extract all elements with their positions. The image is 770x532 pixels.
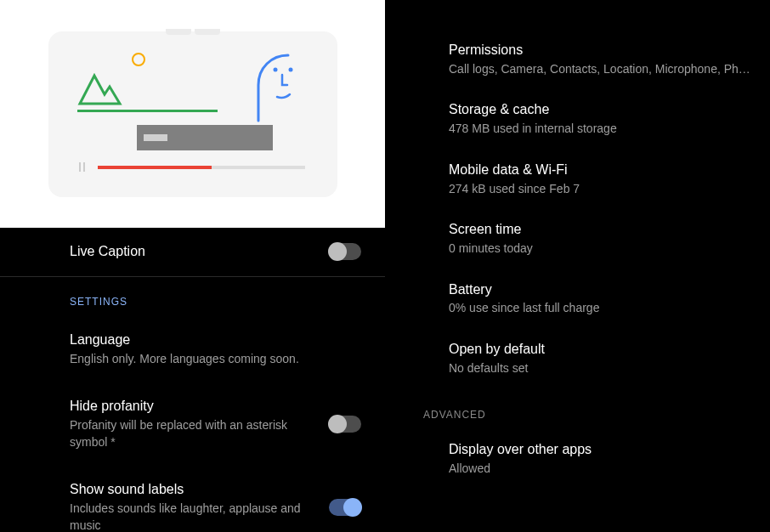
show-sound-labels-title: Show sound labels	[70, 481, 315, 499]
storage-subtitle: 478 MB used in internal storage	[449, 121, 753, 138]
screen-time-title: Screen time	[449, 221, 753, 239]
live-caption-row[interactable]: Live Caption	[0, 228, 385, 277]
storage-row[interactable]: Storage & cache 478 MB used in internal …	[449, 89, 770, 149]
battery-title: Battery	[449, 281, 753, 299]
permissions-row[interactable]: Permissions Call logs, Camera, Contacts,…	[449, 30, 770, 89]
language-subtitle: English only. More languages coming soon…	[70, 351, 348, 368]
permissions-title: Permissions	[449, 42, 753, 59]
mobile-data-row[interactable]: Mobile data & Wi-Fi 274 kB used since Fe…	[449, 150, 770, 209]
hide-profanity-title: Hide profanity	[70, 398, 315, 416]
green-line	[77, 110, 218, 112]
hero-illustration	[0, 0, 385, 228]
screen-time-subtitle: 0 minutes today	[449, 241, 753, 258]
mobile-data-subtitle: 274 kB used since Feb 7	[449, 181, 753, 198]
svg-point-0	[273, 67, 277, 71]
battery-row[interactable]: Battery 0% use since last full charge	[449, 269, 770, 329]
app-info-panel: Permissions Call logs, Camera, Contacts,…	[385, 0, 770, 532]
permissions-subtitle: Call logs, Camera, Contacts, Location, M…	[449, 61, 753, 78]
screen-time-row[interactable]: Screen time 0 minutes today	[449, 209, 770, 269]
display-over-title: Display over other apps	[449, 441, 753, 459]
hide-profanity-row[interactable]: Hide profanity Profanity will be replace…	[0, 382, 385, 466]
hide-profanity-subtitle: Profanity will be replaced with an aster…	[70, 417, 315, 450]
language-row[interactable]: Language English only. More languages co…	[0, 316, 385, 382]
mobile-data-title: Mobile data & Wi-Fi	[449, 161, 753, 179]
face-icon	[250, 53, 303, 122]
phone-mockup	[48, 31, 337, 197]
settings-section-header: SETTINGS	[0, 277, 385, 316]
open-by-default-title: Open by default	[449, 341, 753, 359]
sun-icon	[132, 53, 145, 66]
storage-title: Storage & cache	[449, 101, 753, 119]
show-sound-labels-toggle[interactable]	[329, 499, 361, 516]
display-over-apps-row[interactable]: Display over other apps Allowed	[449, 429, 770, 489]
live-caption-title: Live Caption	[70, 243, 315, 261]
battery-subtitle: 0% use since last full charge	[449, 300, 753, 317]
display-over-subtitle: Allowed	[449, 461, 753, 478]
phone-notch	[166, 29, 220, 35]
live-caption-settings-panel: Live Caption SETTINGS Language English o…	[0, 0, 385, 532]
show-sound-labels-subtitle: Includes sounds like laughter, applause …	[70, 501, 315, 532]
mountains-icon	[77, 57, 128, 108]
caption-overlay	[137, 125, 273, 150]
language-title: Language	[70, 331, 348, 349]
open-by-default-subtitle: No defaults set	[449, 360, 753, 377]
live-caption-toggle[interactable]	[329, 243, 361, 260]
show-sound-labels-row[interactable]: Show sound labels Includes sounds like l…	[0, 466, 385, 532]
progress-bar	[98, 166, 305, 169]
svg-point-1	[288, 67, 292, 71]
hide-profanity-toggle[interactable]	[329, 416, 361, 433]
open-by-default-row[interactable]: Open by default No defaults set	[449, 329, 770, 388]
pause-icon	[79, 162, 85, 172]
advanced-section-header: ADVANCED	[423, 388, 770, 429]
